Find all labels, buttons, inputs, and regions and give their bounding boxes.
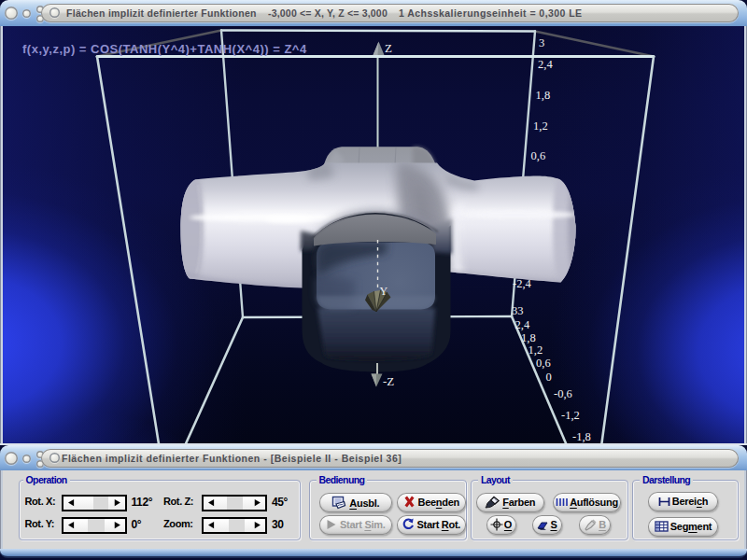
- svg-text:1,8: 1,8: [536, 89, 551, 102]
- svg-text:Z: Z: [385, 41, 392, 55]
- svg-text:3: 3: [539, 36, 544, 49]
- svg-text:-1,2: -1,2: [561, 409, 580, 422]
- svg-text:0,6: 0,6: [536, 357, 551, 370]
- svg-text:0: 0: [546, 371, 552, 384]
- svg-text:1,2: 1,2: [529, 343, 543, 357]
- svg-text:-0,6: -0,6: [554, 387, 572, 400]
- svg-text:33: 33: [512, 304, 524, 317]
- svg-text:-Z: -Z: [383, 374, 394, 388]
- svg-text:-2,4: -2,4: [513, 277, 532, 290]
- svg-text:2,4: 2,4: [515, 318, 530, 331]
- svg-text:2,4: 2,4: [538, 58, 553, 71]
- svg-text:0,6: 0,6: [531, 149, 546, 162]
- svg-text:Y: Y: [380, 285, 388, 298]
- svg-text:1,2: 1,2: [533, 119, 548, 133]
- svg-text:-1,8: -1,8: [572, 430, 591, 443]
- svg-text:1,8: 1,8: [521, 331, 536, 344]
- svg-text:f(x,y,z,p) = COS(TANH(Y^4)+TAN: f(x,y,z,p) = COS(TANH(Y^4)+TANH(X^4)) = …: [22, 42, 307, 56]
